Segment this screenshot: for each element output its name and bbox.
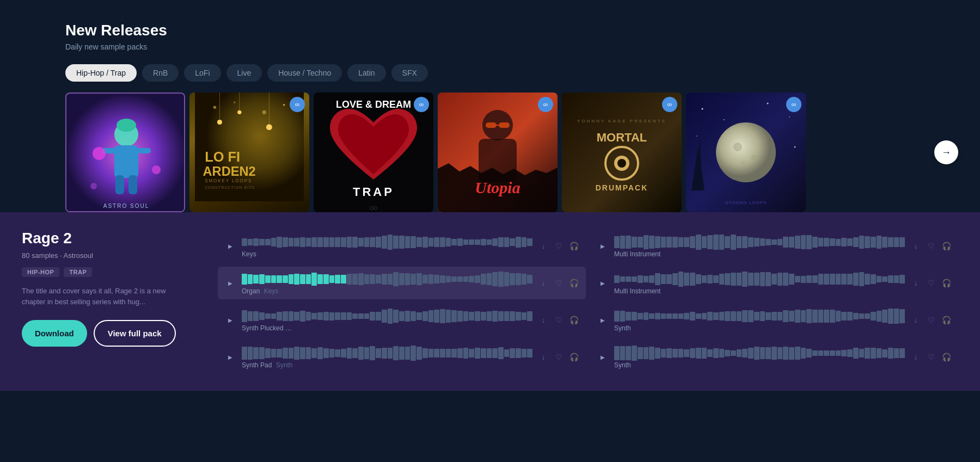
heart-icon[interactable]: ♡ bbox=[553, 241, 564, 251]
track-row[interactable]: ▶ Synth ↓ ♡ 🎧 bbox=[590, 341, 958, 373]
track-actions: ↓ ♡ 🎧 bbox=[538, 315, 579, 325]
svg-point-50 bbox=[696, 135, 697, 137]
download-icon[interactable]: ↓ bbox=[538, 278, 549, 288]
play-button[interactable]: ▶ bbox=[224, 314, 236, 326]
svg-text:DRUMPACK: DRUMPACK bbox=[596, 183, 648, 192]
track-actions: ↓ ♡ 🎧 bbox=[538, 278, 579, 288]
track-row[interactable]: ▶ Synth Plucked Synth ↓ ♡ 🎧 bbox=[218, 304, 586, 336]
track-row-highlighted[interactable]: ▶ Organ Keys ↓ ♡ 🎧 bbox=[218, 267, 586, 299]
tab-hiphop[interactable]: Hip-Hop / Trap bbox=[65, 64, 137, 82]
svg-rect-5 bbox=[115, 175, 124, 194]
waveform bbox=[242, 234, 532, 250]
headphones-icon[interactable]: 🎧 bbox=[568, 278, 579, 288]
view-full-pack-button[interactable]: View full pack bbox=[94, 320, 176, 347]
download-icon[interactable]: ↓ bbox=[538, 315, 549, 325]
album-card-mortal[interactable]: YOHNNY KAGE PRESENTS MORTAL DRUMPACK ∞ bbox=[562, 93, 682, 212]
heart-icon[interactable]: ♡ bbox=[553, 278, 564, 288]
headphones-icon[interactable]: 🎧 bbox=[941, 241, 952, 251]
svg-point-14 bbox=[234, 101, 236, 103]
album-overlay-icon-mortal: ∞ bbox=[662, 97, 677, 112]
svg-text:SMOKEY LOOPS: SMOKEY LOOPS bbox=[205, 178, 252, 183]
headphones-icon[interactable]: 🎧 bbox=[568, 241, 579, 251]
track-row[interactable]: ▶ Keys ↓ ♡ 🎧 bbox=[218, 230, 586, 262]
download-button[interactable]: Download bbox=[22, 320, 87, 347]
album-overlay-icon-love: ∞ bbox=[414, 97, 429, 112]
tab-housetechno[interactable]: House / Techno bbox=[267, 64, 342, 82]
heart-icon[interactable]: ♡ bbox=[553, 352, 564, 362]
track-info: Synth Plucked Synth bbox=[242, 308, 532, 332]
album-card-lofi[interactable]: LO FI ARDEN2 SMOKEY LOOPS CONSTRUCTION B… bbox=[189, 93, 309, 212]
svg-text:⬡⬡: ⬡⬡ bbox=[370, 206, 377, 211]
svg-point-52 bbox=[716, 122, 776, 182]
tab-sfx[interactable]: SFX bbox=[391, 64, 428, 82]
pack-description: The title and cover says it all, Rage 2 … bbox=[22, 286, 185, 307]
tracks-container: ▶ Keys ↓ ♡ 🎧 ▶ Multi Instrument ↓ ♡ 🎧 bbox=[218, 230, 958, 373]
headphones-icon[interactable]: 🎧 bbox=[568, 352, 579, 362]
play-button[interactable]: ▶ bbox=[597, 314, 609, 326]
svg-point-51 bbox=[794, 146, 796, 148]
album-card-moon[interactable]: OTOONO LOOPS ∞ bbox=[686, 93, 806, 212]
play-button[interactable]: ▶ bbox=[597, 277, 609, 289]
svg-point-46 bbox=[702, 108, 703, 110]
next-arrow[interactable]: → bbox=[934, 140, 958, 164]
tab-rnb[interactable]: RnB bbox=[142, 64, 179, 82]
download-icon[interactable]: ↓ bbox=[910, 352, 921, 362]
track-row[interactable]: ▶ Synth Pad Synth ↓ ♡ 🎧 bbox=[218, 341, 586, 373]
download-icon[interactable]: ↓ bbox=[910, 278, 921, 288]
albums-row: ASTRO SOUL bbox=[65, 93, 947, 212]
svg-point-53 bbox=[733, 143, 742, 151]
pack-tags: HIP-HOP TRAP bbox=[22, 267, 185, 277]
track-row[interactable]: ▶ Synth ↓ ♡ 🎧 bbox=[590, 304, 958, 336]
svg-text:Utopia: Utopia bbox=[475, 178, 520, 196]
albums-section: ASTRO SOUL bbox=[65, 93, 947, 212]
svg-text:LOVE & DREAM: LOVE & DREAM bbox=[336, 99, 411, 110]
heart-icon[interactable]: ♡ bbox=[926, 352, 936, 362]
headphones-icon[interactable]: 🎧 bbox=[941, 352, 952, 362]
play-button[interactable]: ▶ bbox=[597, 240, 609, 252]
svg-point-55 bbox=[741, 161, 745, 165]
tab-lofi[interactable]: LoFi bbox=[184, 64, 220, 82]
svg-text:LO FI: LO FI bbox=[205, 149, 240, 164]
headphones-icon[interactable]: 🎧 bbox=[568, 315, 579, 325]
headphones-icon[interactable]: 🎧 bbox=[941, 278, 952, 288]
download-icon[interactable]: ↓ bbox=[910, 241, 921, 251]
svg-point-54 bbox=[751, 155, 757, 161]
album-card-love[interactable]: LOVE & DREAM TRAP ⬡⬡ ∞ bbox=[314, 93, 433, 212]
waveform bbox=[614, 308, 905, 324]
heart-icon[interactable]: ♡ bbox=[553, 315, 564, 325]
svg-text:ASTRO SOUL: ASTRO SOUL bbox=[103, 203, 149, 209]
tag-trap: TRAP bbox=[64, 267, 92, 277]
track-actions: ↓ ♡ 🎧 bbox=[910, 352, 952, 362]
heart-icon[interactable]: ♡ bbox=[926, 315, 936, 325]
svg-point-20 bbox=[237, 110, 241, 114]
track-actions: ↓ ♡ 🎧 bbox=[538, 241, 579, 251]
play-button[interactable]: ▶ bbox=[597, 351, 609, 363]
pack-meta: 80 samples · Astrosoul bbox=[22, 251, 185, 260]
headphones-icon[interactable]: 🎧 bbox=[941, 315, 952, 325]
tab-live[interactable]: Live bbox=[226, 64, 262, 82]
download-icon[interactable]: ↓ bbox=[538, 241, 549, 251]
track-label: Multi Instrument bbox=[614, 287, 669, 295]
track-label: Synth bbox=[614, 361, 669, 369]
svg-point-16 bbox=[283, 104, 285, 106]
svg-text:OTOONO LOOPS: OTOONO LOOPS bbox=[725, 200, 767, 205]
album-card-astrosoul[interactable]: ASTRO SOUL bbox=[65, 93, 185, 212]
panel-buttons: Download View full pack bbox=[22, 320, 185, 347]
download-icon[interactable]: ↓ bbox=[910, 315, 921, 325]
waveform bbox=[614, 234, 905, 250]
heart-icon[interactable]: ♡ bbox=[926, 278, 936, 288]
play-button[interactable]: ▶ bbox=[224, 240, 236, 252]
tab-latin[interactable]: Latin bbox=[347, 64, 385, 82]
svg-point-43 bbox=[617, 159, 626, 168]
play-button[interactable]: ▶ bbox=[224, 277, 236, 289]
download-icon[interactable]: ↓ bbox=[538, 352, 549, 362]
track-row[interactable]: ▶ Multi Instrument ↓ ♡ 🎧 bbox=[590, 267, 958, 299]
svg-point-13 bbox=[213, 106, 216, 109]
heart-icon[interactable]: ♡ bbox=[926, 241, 936, 251]
track-info: Multi Instrument bbox=[614, 271, 905, 295]
album-card-utopia[interactable]: Utopia ∞ bbox=[438, 93, 558, 212]
track-row[interactable]: ▶ Multi Instrument ↓ ♡ 🎧 bbox=[590, 230, 958, 262]
play-button[interactable]: ▶ bbox=[224, 351, 236, 363]
track-label: Synth Pad Synth bbox=[242, 361, 296, 369]
track-actions: ↓ ♡ 🎧 bbox=[910, 315, 952, 325]
